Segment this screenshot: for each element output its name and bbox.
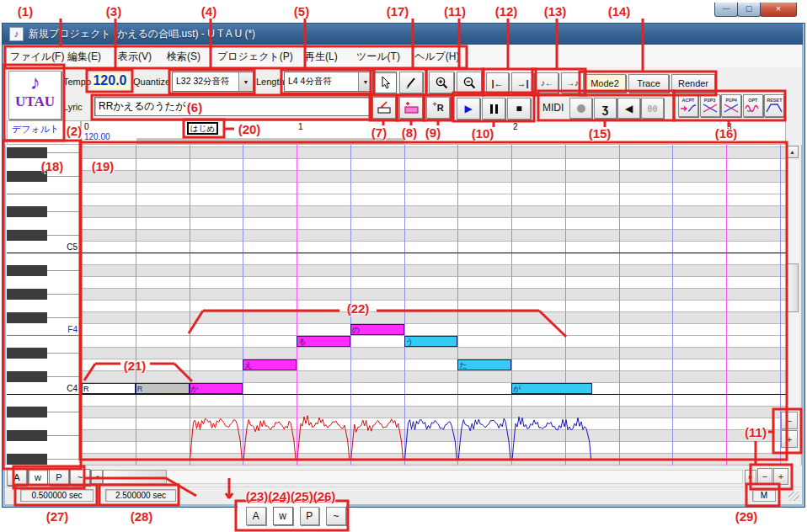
display-mode-button-w[interactable]: w [28, 469, 48, 486]
note-が[interactable]: が [511, 383, 592, 394]
hzoom-in-button[interactable]: + [773, 468, 788, 485]
acpt-icon [680, 103, 697, 114]
note-R[interactable]: R [136, 383, 190, 394]
menu-item[interactable]: ファイル(F) [10, 50, 64, 64]
mode-button-trace[interactable]: Trace [628, 74, 669, 93]
display-mode-button-p[interactable]: P [49, 469, 69, 486]
beat-line [457, 145, 458, 466]
pen-tool-button[interactable] [399, 72, 423, 93]
horizontal-scrollbar[interactable] [103, 470, 743, 484]
monitor-button[interactable]: θθ [641, 98, 664, 119]
horizontal-scroll-thumb[interactable] [103, 470, 167, 484]
note-か[interactable]: か [190, 383, 243, 394]
timeline-progress-bar[interactable] [136, 138, 404, 144]
envelope-button-p2p3[interactable]: P2P3 [700, 94, 720, 117]
note-う[interactable]: う [404, 336, 458, 347]
menu-item[interactable]: ツール(T) [356, 50, 400, 64]
beat-line [565, 145, 566, 466]
inset-display-mode-button-a[interactable]: A [246, 507, 266, 525]
measure-number: 0 [84, 122, 89, 131]
note-の[interactable]: の [350, 324, 404, 335]
black-key[interactable] [7, 147, 47, 158]
menu-item[interactable]: プロジェクト(P) [217, 50, 293, 64]
go-start-button[interactable]: |← [486, 72, 509, 93]
note-る[interactable]: る [297, 336, 350, 347]
resize-grip-icon[interactable] [788, 492, 799, 501]
minimize-button[interactable]: — [714, 3, 738, 17]
prev-note-button[interactable]: ♪← [536, 72, 558, 93]
section-marker[interactable]: はじめ [187, 122, 218, 135]
lyric-input[interactable]: RRかえるのうたが [94, 97, 372, 116]
quantize-select[interactable]: L32 32分音符 ▼ [172, 72, 254, 92]
envelope-button-reset[interactable]: RESET [764, 94, 784, 117]
menu-item[interactable]: 検索(S) [167, 50, 200, 64]
black-key[interactable] [7, 371, 47, 382]
zoom-in-button[interactable] [429, 72, 454, 93]
menu-item[interactable]: ヘルプ(H) [414, 50, 460, 64]
vzoom-out-button[interactable]: − [781, 412, 798, 429]
insert-note-button[interactable] [372, 97, 396, 119]
hzoom-out-button[interactable]: − [757, 468, 772, 485]
menu-item[interactable]: 再生(L) [305, 50, 338, 64]
black-key[interactable] [7, 312, 47, 323]
menu-item[interactable]: 編集(E) [67, 50, 101, 64]
black-key[interactable] [7, 430, 47, 441]
black-key[interactable] [7, 289, 47, 300]
record-button[interactable] [569, 98, 592, 119]
inset-display-mode-button-w[interactable]: w [273, 507, 293, 525]
tempo-field[interactable]: 120.0 [92, 73, 128, 88]
next-note-button[interactable]: →♪ [561, 72, 584, 93]
display-mode-button-curve[interactable]: ~ [70, 469, 90, 486]
scroll-up-button[interactable]: ▲ [786, 146, 799, 158]
black-key[interactable] [7, 171, 47, 182]
pen-icon [404, 76, 418, 89]
chevron-down-icon[interactable]: ▼ [238, 72, 253, 91]
black-key[interactable] [7, 454, 47, 465]
mode-indicator-button[interactable]: M [752, 489, 776, 502]
voicebank-name[interactable]: デフォルト [7, 120, 81, 145]
pointer-tool-button[interactable] [373, 72, 397, 93]
vertical-scroll-thumb[interactable] [786, 263, 799, 312]
note-え[interactable]: え [243, 359, 297, 370]
add-note-button[interactable] [399, 97, 423, 119]
title-bar[interactable]: ♪ 新規プロジェクト (かえるの合唱.ust) - U T A U (*) [3, 24, 803, 45]
add-rest-button[interactable]: +R [426, 97, 450, 119]
note-R[interactable]: R [82, 383, 136, 394]
piano-keyboard[interactable]: C5F4C4 [7, 145, 81, 466]
chevron-down-icon[interactable]: ▼ [358, 72, 372, 91]
display-mode-button-a[interactable]: A [7, 469, 27, 486]
inset-display-mode-button-curve[interactable]: ~ [326, 507, 346, 525]
envelope-button-opt[interactable]: OPT [743, 94, 763, 117]
timeline-ruler[interactable]: 120.00 はじめ 0123 [81, 120, 786, 145]
maximize-button[interactable]: ▢ [737, 3, 761, 17]
voicebank-logo-button[interactable]: ♪ UTAU [8, 71, 61, 120]
envelope-button-p1p4[interactable]: P1P4 [721, 94, 741, 117]
black-key[interactable] [7, 206, 47, 217]
play-button[interactable]: ▶ [457, 98, 480, 120]
inset-display-mode-button-p[interactable]: P [300, 507, 320, 525]
black-key[interactable] [7, 348, 47, 359]
zoom-out-button[interactable] [457, 72, 482, 93]
note-た[interactable]: た [457, 359, 511, 370]
length-select[interactable]: L4 4分音符 ▼ [284, 72, 373, 92]
black-key[interactable] [7, 265, 47, 276]
scroll-left-button[interactable]: ◄ [91, 470, 103, 484]
go-end-button[interactable]: →| [511, 72, 534, 93]
row-line [81, 300, 786, 301]
pause-button[interactable] [482, 98, 505, 120]
speaker-button[interactable]: ◀ [617, 98, 640, 119]
midi-jack-button[interactable]: ʒ [594, 98, 617, 119]
scroll-right-button[interactable]: ► [745, 470, 756, 484]
vzoom-in-button[interactable]: + [781, 430, 798, 448]
black-key[interactable] [7, 407, 47, 418]
stop-button[interactable]: ■ [507, 98, 531, 120]
app-icon: ♪ [9, 27, 24, 41]
note-grid[interactable]: RRかえるのうたが [81, 145, 786, 466]
black-key[interactable] [7, 230, 47, 241]
envelope-button-acpt[interactable]: ACPT [678, 94, 698, 117]
mode-button-render[interactable]: Render [671, 74, 715, 93]
mode-button-mode2[interactable]: Mode2 [584, 74, 626, 93]
opt-icon [745, 103, 762, 114]
menu-item[interactable]: 表示(V) [118, 50, 152, 64]
close-button[interactable]: × [760, 3, 797, 17]
